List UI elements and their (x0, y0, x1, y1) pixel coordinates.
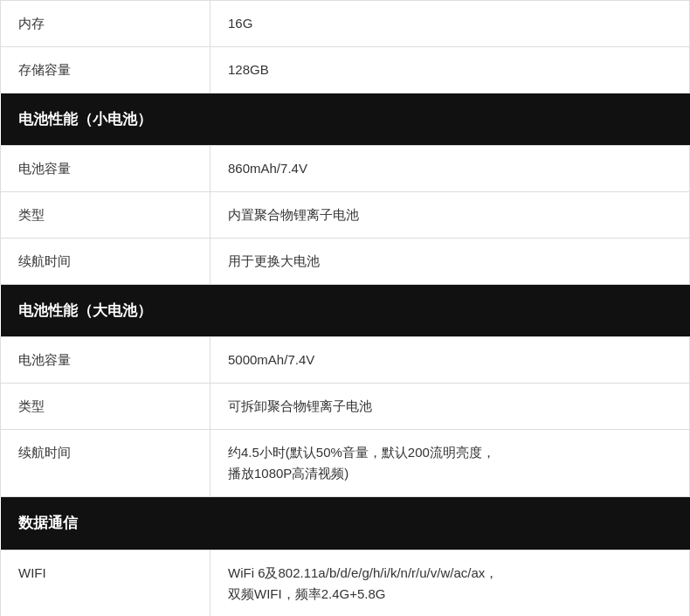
row-label: 类型 (1, 192, 210, 239)
row-label: 存储容量 (1, 47, 210, 93)
row-label: WIFI (1, 550, 210, 616)
row-label: 内存 (1, 1, 210, 47)
section-header-label: 数据通信 (1, 497, 690, 550)
table-row: 续航时间约4.5小时(默认50%音量，默认200流明亮度，播放1080P高清视频… (1, 430, 690, 497)
row-label: 续航时间 (1, 239, 210, 285)
section-header-label: 电池性能（大电池） (1, 285, 690, 337)
table-row: 续航时间用于更换大电池 (1, 239, 690, 285)
row-value: 可拆卸聚合物锂离子电池 (210, 384, 690, 430)
row-label: 类型 (1, 384, 210, 430)
row-value: 约4.5小时(默认50%音量，默认200流明亮度，播放1080P高清视频) (210, 430, 690, 497)
section-header-label: 电池性能（小电池） (1, 93, 690, 146)
row-label: 续航时间 (1, 430, 210, 497)
row-value: 16G (210, 1, 690, 47)
table-row: 存储容量128GB (1, 47, 690, 93)
table-row: 电池容量5000mAh/7.4V (1, 337, 690, 384)
row-value: 128GB (210, 47, 690, 93)
table-row: WIFIWiFi 6及802.11a/b/d/e/g/h/i/k/n/r/u/v… (1, 550, 690, 616)
table-row: 电池容量860mAh/7.4V (1, 146, 690, 192)
section-header: 数据通信 (1, 497, 690, 550)
table-row: 类型内置聚合物锂离子电池 (1, 192, 690, 239)
row-value: 5000mAh/7.4V (210, 337, 690, 384)
section-header: 电池性能（小电池） (1, 93, 690, 146)
table-row: 内存16G (1, 1, 690, 47)
row-value: 860mAh/7.4V (210, 146, 690, 192)
row-value: 内置聚合物锂离子电池 (210, 192, 690, 239)
section-header: 电池性能（大电池） (1, 285, 690, 337)
table-row: 类型可拆卸聚合物锂离子电池 (1, 384, 690, 430)
row-label: 电池容量 (1, 146, 210, 192)
row-value: 用于更换大电池 (210, 239, 690, 285)
row-value: WiFi 6及802.11a/b/d/e/g/h/i/k/n/r/u/v/w/a… (210, 550, 690, 616)
spec-table: 内存16G存储容量128GB电池性能（小电池）电池容量860mAh/7.4V类型… (0, 0, 690, 616)
row-label: 电池容量 (1, 337, 210, 384)
